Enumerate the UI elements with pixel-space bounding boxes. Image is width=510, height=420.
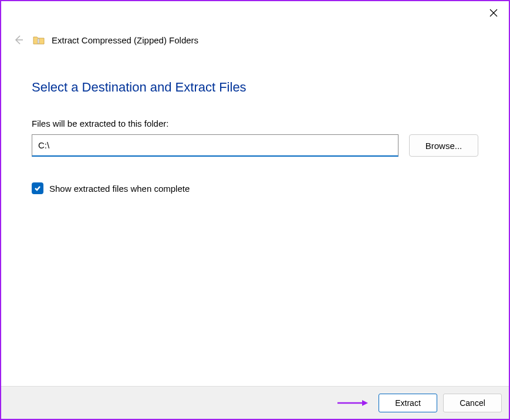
show-files-checkbox-row: Show extracted files when complete — [32, 182, 478, 194]
main-heading: Select a Destination and Extract Files — [32, 80, 478, 95]
footer: Extract Cancel — [1, 386, 509, 419]
close-button[interactable] — [485, 5, 502, 21]
back-arrow-icon — [13, 34, 25, 46]
header-row: Extract Compressed (Zipped) Folders — [1, 22, 509, 47]
browse-button[interactable]: Browse... — [409, 134, 478, 157]
zip-folder-icon — [33, 35, 45, 45]
back-button[interactable] — [12, 33, 26, 47]
svg-rect-3 — [38, 39, 39, 43]
extract-button[interactable]: Extract — [379, 394, 437, 412]
dialog-title: Extract Compressed (Zipped) Folders — [52, 35, 198, 45]
content-area: Select a Destination and Extract Files F… — [1, 47, 509, 386]
titlebar — [1, 1, 509, 22]
checkmark-icon — [33, 184, 42, 192]
cancel-button[interactable]: Cancel — [443, 394, 502, 412]
destination-path-input[interactable] — [32, 134, 398, 157]
path-row: Browse... — [32, 134, 478, 157]
close-icon — [489, 9, 498, 17]
path-label: Files will be extracted to this folder: — [32, 118, 478, 128]
show-files-checkbox-label: Show extracted files when complete — [49, 184, 190, 194]
show-files-checkbox[interactable] — [32, 182, 43, 194]
extract-dialog: Extract Compressed (Zipped) Folders Sele… — [1, 1, 509, 419]
annotation-arrow-icon — [336, 398, 369, 408]
